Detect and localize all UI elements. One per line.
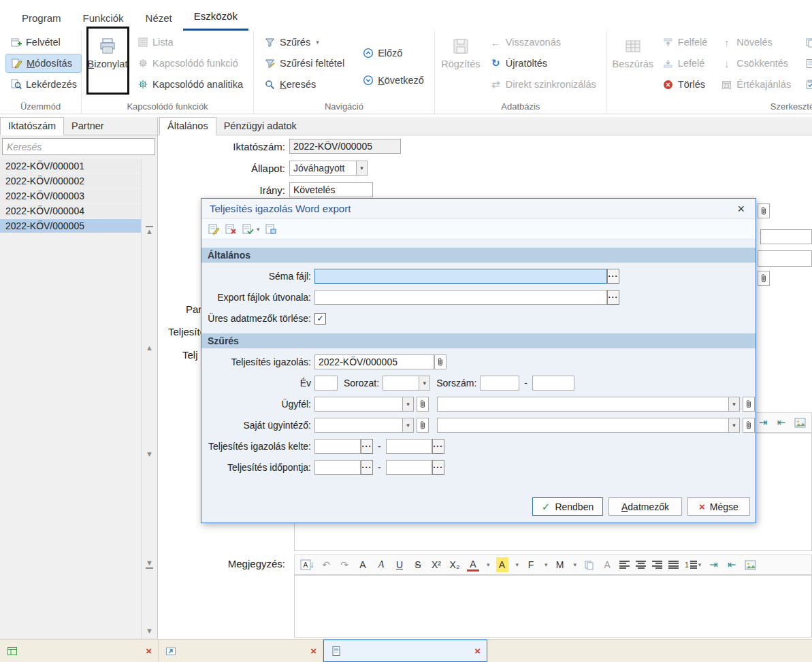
- egyeb-button[interactable]: Eg: [800, 54, 812, 73]
- font-box-icon[interactable]: A: [300, 557, 314, 572]
- szuresi-feltetel-button[interactable]: Szűrési feltétel: [259, 54, 349, 73]
- attachment-button[interactable]: [743, 397, 755, 412]
- ev-input[interactable]: [314, 376, 338, 391]
- close-icon[interactable]: ×: [310, 645, 316, 657]
- dialog-titlebar[interactable]: Teljesítés igazolás Word export ×: [201, 199, 756, 219]
- scheme-settings-button[interactable]: [265, 223, 277, 235]
- adatmezok-button[interactable]: Adatmezők: [608, 497, 682, 516]
- list-item-selected[interactable]: 2022-KÖV/000005: [0, 219, 141, 233]
- align-left-icon[interactable]: [619, 561, 630, 569]
- field-fragment[interactable]: [760, 229, 812, 244]
- taskbar-item-menu[interactable]: ×: [0, 640, 159, 662]
- megse-button[interactable]: × Mégse: [687, 497, 750, 516]
- scroll-end-icon[interactable]: ▼: [142, 627, 157, 635]
- list-item[interactable]: 2022-KÖV/000002: [0, 174, 141, 188]
- scroll-up-icon[interactable]: ▲: [142, 344, 157, 352]
- idopont-to-input[interactable]: [386, 460, 432, 475]
- modositas-button[interactable]: Módosítás: [5, 54, 82, 73]
- sorszam-to-input[interactable]: [532, 376, 574, 391]
- sema-fajl-input[interactable]: [314, 269, 607, 284]
- date-picker-button[interactable]: ···: [432, 460, 444, 475]
- taskbar-item-tig[interactable]: ×: [159, 640, 323, 662]
- attachment-button[interactable]: [417, 418, 429, 433]
- menu-tab-nezet[interactable]: Nézet: [135, 5, 183, 31]
- kapcsolodo-analitika-button[interactable]: Kapcsolódó analitika: [132, 75, 248, 94]
- tab-altalanos[interactable]: Általános: [159, 117, 216, 135]
- ugyintezo-kod-combobox[interactable]: ▾: [314, 418, 414, 433]
- close-icon[interactable]: ×: [734, 203, 747, 215]
- attachment-button[interactable]: [417, 397, 429, 412]
- outdent-icon[interactable]: ⇤: [726, 557, 738, 572]
- browse-ellipsis-button[interactable]: ···: [607, 290, 619, 305]
- subscript-icon[interactable]: X₂: [449, 557, 461, 572]
- scroll-down-icon[interactable]: ▼: [142, 450, 157, 458]
- indent-icon[interactable]: ⇥: [757, 415, 769, 430]
- close-icon[interactable]: ×: [474, 645, 481, 657]
- font-color-icon[interactable]: A: [467, 559, 479, 572]
- rendben-button[interactable]: ✓ Rendben: [532, 497, 603, 516]
- kovetkezo-button[interactable]: Következő: [357, 71, 429, 90]
- allapot-combobox[interactable]: Jóváhagyott ▾: [289, 161, 368, 176]
- rogzites-button[interactable]: Rögzítés: [440, 33, 481, 100]
- menu-tab-program[interactable]: Program: [11, 5, 72, 31]
- bold-icon[interactable]: A: [357, 557, 369, 572]
- visszavonas-button[interactable]: ← Visszavonás: [485, 33, 601, 52]
- edit-scheme-button[interactable]: [208, 223, 220, 235]
- insert-image-icon[interactable]: [794, 415, 806, 430]
- undo-icon[interactable]: ↶: [320, 557, 332, 572]
- chevron-down-icon[interactable]: ▾: [402, 397, 414, 412]
- iktatoszam-field[interactable]: 2022-KÖV/000005: [289, 139, 401, 154]
- chevron-down-icon[interactable]: ▾: [257, 226, 260, 233]
- ures-adatmezok-checkbox[interactable]: ✓: [314, 313, 326, 325]
- szures-button[interactable]: Szűrés ▾: [259, 33, 349, 52]
- lefele-button[interactable]: Lefelé: [657, 54, 713, 73]
- kereses-button[interactable]: Keresés: [259, 75, 349, 94]
- chevron-down-icon[interactable]: ▾: [402, 418, 414, 433]
- outdent-icon[interactable]: ⇤: [775, 415, 787, 430]
- chevron-down-icon[interactable]: ▾: [487, 561, 490, 568]
- chevron-down-icon[interactable]: ▾: [419, 376, 430, 391]
- attachment-button[interactable]: [758, 203, 770, 218]
- clear-format-icon[interactable]: A: [601, 557, 613, 572]
- indent-icon[interactable]: ⇥: [707, 557, 719, 572]
- italic-icon[interactable]: A: [375, 557, 387, 572]
- irany-field[interactable]: Követelés: [289, 182, 373, 197]
- align-right-icon[interactable]: [652, 561, 662, 569]
- date-picker-button[interactable]: ···: [361, 439, 373, 454]
- teljesites-igazolas-field[interactable]: 2022-KÖV/000005: [314, 354, 434, 369]
- beillesztes-button[interactable]: Be: [800, 75, 812, 94]
- copy-format-icon[interactable]: [583, 557, 595, 572]
- tab-partner[interactable]: Partner: [64, 118, 112, 135]
- masolas-button[interactable]: M: [800, 33, 812, 52]
- direkt-szinkronizalas-button[interactable]: ⇄ Direkt szinkronizálás: [485, 75, 601, 94]
- attachment-button[interactable]: [758, 271, 770, 286]
- tab-penzugyi-adatok[interactable]: Pénzügyi adatok: [216, 118, 304, 135]
- megjegyzes-textarea[interactable]: [294, 575, 812, 638]
- ertekajanlas-button[interactable]: 23 Értékajánlás: [716, 75, 796, 94]
- field-fragment[interactable]: [758, 250, 812, 267]
- felvetel-button[interactable]: Felvétel: [5, 33, 82, 52]
- noveles-button[interactable]: ↑ Növelés: [716, 33, 796, 52]
- kelte-from-input[interactable]: [314, 439, 361, 454]
- highlight-color-icon[interactable]: A: [496, 557, 508, 572]
- chevron-down-icon[interactable]: ▾: [574, 561, 577, 568]
- kelte-to-input[interactable]: [386, 439, 432, 454]
- redo-icon[interactable]: ↷: [338, 557, 351, 572]
- torles-button[interactable]: Törlés: [657, 75, 713, 94]
- delete-scheme-button[interactable]: [225, 223, 237, 235]
- font-size-icon[interactable]: M: [554, 557, 566, 572]
- font-name-icon[interactable]: F: [525, 557, 537, 572]
- underline-icon[interactable]: U: [393, 557, 406, 572]
- chevron-down-icon[interactable]: ▾: [728, 418, 740, 433]
- insert-image-icon[interactable]: [744, 557, 756, 572]
- kapcsolodo-funkcio-button[interactable]: Kapcsolódó funkció: [132, 54, 248, 73]
- date-picker-button[interactable]: ···: [432, 439, 444, 454]
- export-utvonal-input[interactable]: [314, 290, 607, 305]
- tab-iktatoszam[interactable]: Iktatószám: [0, 117, 64, 135]
- chevron-down-icon[interactable]: ▾: [516, 561, 519, 568]
- ugyintezo-nev-combobox[interactable]: ▾: [437, 418, 740, 433]
- ugyfel-nev-combobox[interactable]: ▾: [437, 397, 740, 412]
- beszuras-button[interactable]: Beszúrás: [613, 33, 653, 100]
- close-icon[interactable]: ×: [146, 645, 152, 657]
- lista-button[interactable]: Lista: [132, 33, 248, 52]
